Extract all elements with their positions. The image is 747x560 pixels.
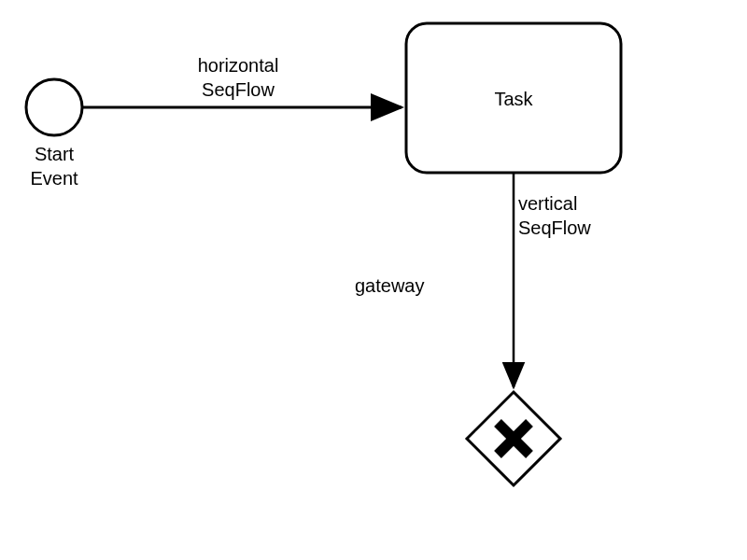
seq-flow-vertical-label: vertical SeqFlow bbox=[518, 191, 612, 240]
start-event-label-line1: Start bbox=[35, 144, 74, 164]
start-event-label: Start Event bbox=[26, 142, 82, 190]
seq-flow-vertical-label-line2: SeqFlow bbox=[518, 217, 591, 238]
task-label: Task bbox=[476, 87, 551, 111]
gateway-x-icon bbox=[498, 423, 529, 455]
gateway-label: gateway bbox=[355, 273, 448, 298]
seq-flow-horizontal-label-line2: SeqFlow bbox=[202, 79, 275, 100]
seq-flow-vertical-label-line1: vertical bbox=[518, 193, 577, 214]
start-event bbox=[26, 79, 82, 135]
seq-flow-horizontal-label: horizontal SeqFlow bbox=[182, 53, 294, 102]
start-event-label-line2: Event bbox=[30, 168, 78, 189]
seq-flow-horizontal-label-line1: horizontal bbox=[198, 55, 279, 76]
